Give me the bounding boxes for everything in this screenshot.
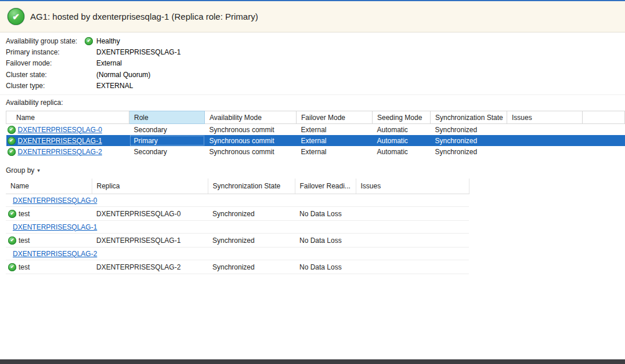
synchronization-state-cell: Synchronized — [431, 135, 507, 146]
dashboard-header: AG1: hosted by dxenterprisesqlag-1 (Repl… — [0, 1, 625, 32]
database-row[interactable]: test DXENTERPRISESQLAG-2 Synchronized No… — [6, 260, 469, 274]
summary-value: External — [96, 59, 122, 67]
column-header-filler — [583, 111, 625, 124]
replica-healthy-icon — [8, 137, 16, 145]
db-issues-cell — [356, 207, 469, 221]
page-title: AG1: hosted by dxenterprisesqlag-1 (Repl… — [30, 12, 258, 21]
group-header-row[interactable]: DXENTERPRISESQLAG-2 — [6, 247, 469, 260]
summary-value: Healthy — [96, 37, 120, 45]
summary-label: Cluster state: — [6, 71, 85, 79]
db-healthy-icon — [8, 236, 16, 245]
column-header-db-sync-state[interactable]: Synchronization State — [208, 179, 295, 194]
summary-value: DXENTERPRISESQLAG-1 — [96, 48, 180, 56]
failover-mode-cell: External — [297, 146, 373, 157]
failover-mode-cell: External — [297, 135, 373, 146]
filler-cell — [583, 146, 625, 157]
filler-cell — [583, 124, 625, 136]
replica-link[interactable]: DXENTERPRISESQLAG-2 — [18, 148, 102, 156]
db-healthy-icon — [8, 210, 16, 218]
seeding-mode-cell: Automatic — [373, 124, 431, 136]
ag-healthy-icon — [8, 8, 24, 25]
summary-panel: Availability group state: Healthy Primar… — [6, 35, 180, 92]
summary-row-primary-instance: Primary instance: DXENTERPRISESQLAG-1 — [6, 46, 180, 57]
summary-value: (Normal Quorum) — [96, 71, 150, 79]
group-replica-link[interactable]: DXENTERPRISESQLAG-1 — [13, 223, 97, 231]
summary-label: Cluster type: — [6, 82, 85, 90]
db-sync-state-cell: Synchronized — [208, 260, 295, 274]
db-replica-cell: DXENTERPRISESQLAG-0 — [92, 207, 208, 221]
replica-row-1-selected[interactable]: DXENTERPRISESQLAG-1 Primary Synchronous … — [6, 135, 625, 146]
column-header-seeding-mode[interactable]: Seeding Mode — [373, 111, 431, 124]
group-header-row[interactable]: DXENTERPRISESQLAG-0 — [6, 194, 469, 207]
availability-replica-table: Name Role Availability Mode Failover Mod… — [6, 111, 625, 157]
availability-mode-cell: Synchronous commit — [205, 124, 297, 136]
db-failover-readiness-cell: No Data Loss — [295, 207, 356, 221]
replica-link[interactable]: DXENTERPRISESQLAG-1 — [18, 137, 102, 145]
role-cell: Secondary — [129, 124, 205, 136]
healthy-check-icon — [85, 37, 93, 45]
db-name: test — [19, 236, 30, 245]
summary-label: Availability group state: — [6, 37, 85, 45]
db-replica-cell: DXENTERPRISESQLAG-1 — [92, 234, 208, 247]
summary-row-cluster-type: Cluster type: EXTERNAL — [6, 81, 180, 92]
replica-table-header-row: Name Role Availability Mode Failover Mod… — [6, 111, 625, 124]
section-divider — [0, 94, 625, 95]
db-table-header-row: Name Replica Synchronization State Failo… — [6, 179, 469, 194]
availability-mode-cell: Synchronous commit — [205, 146, 297, 157]
summary-row-group-state: Availability group state: Healthy — [6, 35, 180, 46]
summary-value: EXTERNAL — [96, 82, 133, 90]
database-row[interactable]: test DXENTERPRISESQLAG-1 Synchronized No… — [6, 234, 469, 247]
db-issues-cell — [356, 260, 469, 274]
filler-cell — [583, 135, 625, 146]
db-issues-cell — [356, 234, 469, 247]
seeding-mode-cell: Automatic — [373, 135, 431, 146]
group-by-label: Group by — [6, 166, 34, 174]
replica-link[interactable]: DXENTERPRISESQLAG-0 — [18, 126, 102, 134]
replica-row-0[interactable]: DXENTERPRISESQLAG-0 Secondary Synchronou… — [6, 124, 625, 136]
db-name: test — [19, 210, 30, 218]
column-header-db-issues[interactable]: Issues — [356, 179, 469, 194]
database-row[interactable]: test DXENTERPRISESQLAG-0 Synchronized No… — [6, 207, 469, 221]
issues-cell — [507, 124, 583, 136]
group-replica-link[interactable]: DXENTERPRISESQLAG-0 — [13, 196, 97, 205]
summary-label: Primary instance: — [6, 48, 85, 56]
ag-dashboard: AG1: hosted by dxenterprisesqlag-1 (Repl… — [0, 0, 625, 364]
column-header-db-failover-readiness[interactable]: Failover Readi... — [295, 179, 356, 194]
db-name: test — [19, 263, 30, 271]
column-header-failover-mode[interactable]: Failover Mode — [297, 111, 373, 124]
db-failover-readiness-cell: No Data Loss — [295, 260, 356, 274]
summary-row-cluster-state: Cluster state: (Normal Quorum) — [6, 69, 180, 80]
summary-label: Failover mode: — [6, 59, 85, 67]
db-sync-state-cell: Synchronized — [208, 207, 295, 221]
db-healthy-icon — [8, 263, 16, 271]
summary-row-failover-mode: Failover mode: External — [6, 58, 180, 69]
group-by-dropdown[interactable]: Group by ▾ — [6, 165, 40, 176]
synchronization-state-cell: Synchronized — [431, 124, 507, 136]
column-header-db-name[interactable]: Name — [6, 179, 92, 194]
column-header-name[interactable]: Name — [6, 111, 129, 124]
seeding-mode-cell: Automatic — [373, 146, 431, 157]
replica-healthy-icon — [8, 126, 16, 134]
group-replica-link[interactable]: DXENTERPRISESQLAG-2 — [13, 250, 97, 258]
db-sync-state-cell: Synchronized — [208, 234, 295, 247]
group-header-row[interactable]: DXENTERPRISESQLAG-1 — [6, 221, 469, 234]
bottom-edge-bar — [0, 359, 625, 364]
role-cell: Secondary — [129, 146, 205, 157]
availability-replica-label: Availability replica: — [6, 99, 63, 107]
chevron-down-icon: ▾ — [37, 168, 40, 173]
column-header-db-replica[interactable]: Replica — [92, 179, 208, 194]
column-header-availability-mode[interactable]: Availability Mode — [205, 111, 297, 124]
failover-mode-cell: External — [297, 124, 373, 136]
column-header-synchronization-state[interactable]: Synchronization State — [431, 111, 507, 124]
role-cell: Primary — [129, 135, 205, 146]
db-failover-readiness-cell: No Data Loss — [295, 234, 356, 247]
column-header-issues[interactable]: Issues — [507, 111, 583, 124]
column-header-role[interactable]: Role — [129, 111, 205, 124]
db-replica-cell: DXENTERPRISESQLAG-2 — [92, 260, 208, 274]
replica-row-2[interactable]: DXENTERPRISESQLAG-2 Secondary Synchronou… — [6, 146, 625, 157]
issues-cell — [507, 135, 583, 146]
database-group-table: Name Replica Synchronization State Failo… — [6, 179, 469, 274]
synchronization-state-cell: Synchronized — [431, 146, 507, 157]
availability-mode-cell: Synchronous commit — [205, 135, 297, 146]
issues-cell — [507, 146, 583, 157]
